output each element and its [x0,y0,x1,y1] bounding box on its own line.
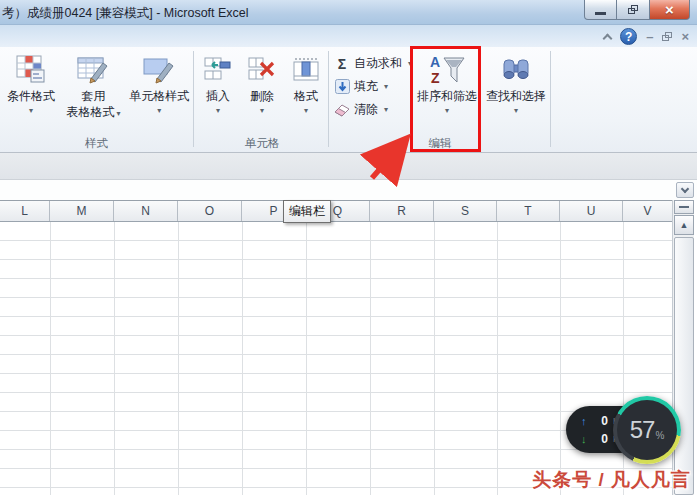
formula-bar-tooltip: 编辑栏 [283,200,331,223]
button-label: 查找和选择 [486,88,546,104]
format-as-table-button[interactable]: 套用 表格格式▾ [62,47,126,122]
svg-text:A: A [430,54,440,70]
gridline [497,222,498,495]
gridline [50,222,51,495]
upload-speed-value: 0 [601,414,608,428]
group-divider [328,51,329,147]
gridline [370,222,371,495]
fill-button[interactable]: 填充 ▾ [334,75,412,98]
gridline [242,222,243,495]
gridline [178,222,179,495]
group-divider [193,51,194,147]
collapse-ribbon-icon[interactable] [603,33,613,43]
window-title: 考）成绩册0424 [兼容模式] - Microsoft Excel [2,5,249,22]
column-header[interactable]: T [497,201,560,221]
group-label-editing: 编辑 [330,136,550,151]
minimize-button[interactable] [584,0,617,20]
button-label-line2: 表格格式 [67,105,115,119]
find-select-button[interactable]: 查找和选择 ▾ [482,47,550,115]
column-header[interactable]: U [560,201,623,221]
help-icon[interactable]: ? [620,28,637,45]
progress-ring-inner: 57 % [617,400,677,460]
dropdown-arrow-icon: ▾ [445,107,449,115]
upload-arrow-icon: ↑ [581,415,587,427]
format-as-table-icon [77,52,110,88]
restore-icon [628,5,638,14]
gridline [434,222,435,495]
button-label: 清除 [354,101,378,118]
close-button[interactable]: × [649,0,690,20]
progress-ring[interactable]: 57 % [613,396,681,464]
button-label: 插入 [206,88,230,104]
format-cells-button[interactable]: 格式 ▾ [284,47,328,115]
autosum-button[interactable]: Σ 自动求和 ▾ [334,52,412,75]
restore-button[interactable] [617,0,649,20]
button-label: 自动求和 [354,55,402,72]
sort-filter-icon: A Z [429,52,465,88]
formula-bar-strip [0,153,697,180]
gridline [114,222,115,495]
button-label: 格式 [294,88,318,104]
conditional-formatting-button[interactable]: 条件格式 ▾ [0,47,62,122]
editing-small-buttons: Σ 自动求和 ▾ 填充 ▾ [334,52,412,121]
dropdown-arrow-icon: ▾ [514,107,518,115]
workbook-close-icon[interactable]: × [681,29,689,44]
button-label: 排序和筛选 [417,88,477,104]
find-select-icon [501,52,531,88]
minimize-icon [595,12,606,15]
formula-bar[interactable] [0,180,697,200]
scroll-up-button[interactable]: ▲ [674,215,694,235]
worksheet-grid[interactable] [0,222,672,495]
button-label: 填充 [354,78,378,95]
ribbon: 条件格式 ▾ 套用 表格格式▾ [0,47,697,153]
title-bar: 考）成绩册0424 [兼容模式] - Microsoft Excel × [0,0,697,25]
delete-cells-button[interactable]: 删除 ▾ [240,47,284,115]
formula-bar-expand-button[interactable] [676,182,694,198]
dropdown-arrow-icon: ▾ [216,107,220,115]
workbook-controls: ? – × [604,28,689,45]
chevron-down-icon [681,184,689,192]
dropdown-arrow-icon: ▾ [260,107,264,115]
window-caption-buttons: × [584,0,690,20]
sort-filter-button[interactable]: A Z 排序和筛选 ▾ [412,47,482,115]
download-arrow-icon: ↓ [581,433,587,445]
excel-window: 考）成绩册0424 [兼容模式] - Microsoft Excel × ? –… [0,0,697,495]
button-label: 表格格式▾ [67,104,121,122]
button-label: 条件格式 [7,88,55,104]
vertical-scrollbar[interactable]: ▲ [672,200,694,495]
fill-icon [334,79,350,94]
conditional-formatting-icon [16,52,46,88]
progress-percent: 57 [630,416,655,444]
scrollbar-thumb[interactable] [674,237,694,495]
dropdown-arrow-icon: ▾ [117,109,121,118]
ribbon-group-styles: 条件格式 ▾ 套用 表格格式▾ [0,47,193,152]
scrollbar-split-button[interactable] [674,200,694,214]
column-header[interactable]: R [370,201,434,221]
insert-cells-icon [204,52,232,88]
ribbon-group-cells: 插入 ▾ 删除 ▾ [196,47,328,152]
cell-styles-button[interactable]: 单元格样式 ▾ [125,47,193,122]
column-header[interactable]: O [178,201,242,221]
dropdown-arrow-icon: ▾ [384,105,388,114]
group-label-cells: 单元格 [196,136,328,151]
group-label-styles: 样式 [0,136,193,151]
workbook-restore-icon[interactable] [662,32,672,41]
column-header[interactable]: N [114,201,178,221]
gridline [560,222,561,495]
clear-button[interactable]: 清除 ▾ [334,98,412,121]
workbook-minimize-icon[interactable]: – [646,29,653,44]
dropdown-arrow-icon: ▾ [29,107,33,115]
column-header[interactable]: L [0,201,50,221]
dropdown-arrow-icon: ▾ [157,107,161,115]
column-header[interactable]: M [50,201,114,221]
column-header[interactable]: S [434,201,497,221]
insert-cells-button[interactable]: 插入 ▾ [196,47,240,115]
button-label: 套用 [82,88,106,104]
column-header[interactable]: V [623,201,672,221]
group-divider [550,51,551,147]
cell-styles-icon [143,52,176,88]
close-icon: × [665,1,674,18]
svg-text:Z: Z [431,70,440,86]
button-label: 单元格样式 [129,88,189,104]
percent-sign: % [655,430,664,441]
